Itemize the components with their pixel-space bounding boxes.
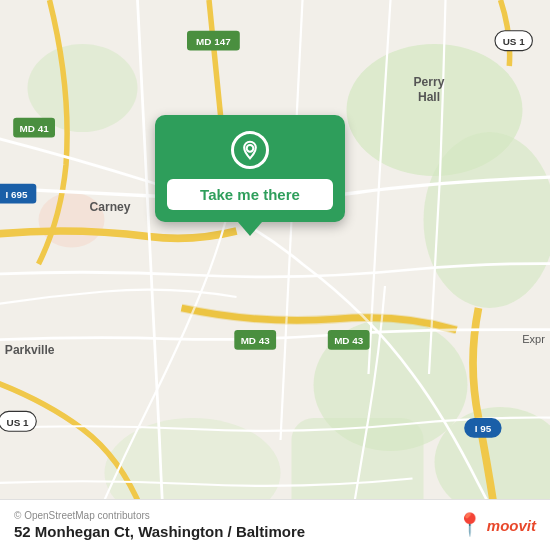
svg-text:MD 43: MD 43 — [334, 335, 364, 346]
attribution: © OpenStreetMap contributors — [14, 510, 305, 521]
svg-text:MD 147: MD 147 — [196, 36, 231, 47]
moovit-logo: 📍 moovit — [456, 512, 536, 538]
svg-text:I 695: I 695 — [5, 189, 27, 200]
pin-icon — [231, 131, 269, 169]
address-label: 52 Monhegan Ct, Washington / Baltimore — [14, 523, 305, 540]
svg-text:US 1: US 1 — [7, 417, 29, 428]
moovit-brand: moovit — [487, 517, 536, 534]
svg-text:I 95: I 95 — [475, 423, 492, 434]
svg-point-2 — [424, 132, 551, 308]
map-background: MD 147 MD 41 I 695 MD 43 MD 43 US 1 US 1… — [0, 0, 550, 550]
svg-text:MD 43: MD 43 — [241, 335, 271, 346]
svg-text:US 1: US 1 — [503, 36, 525, 47]
svg-text:Perry: Perry — [414, 75, 445, 89]
svg-text:Hall: Hall — [418, 90, 440, 104]
svg-text:Parkville: Parkville — [5, 343, 55, 357]
moovit-pin-icon: 📍 — [456, 512, 483, 538]
take-me-there-button[interactable]: Take me there — [167, 179, 333, 210]
address-section: © OpenStreetMap contributors 52 Monhegan… — [14, 510, 305, 540]
svg-text:Carney: Carney — [89, 200, 130, 214]
svg-text:Expr: Expr — [522, 333, 545, 345]
map-container: MD 147 MD 41 I 695 MD 43 MD 43 US 1 US 1… — [0, 0, 550, 550]
bottom-bar: © OpenStreetMap contributors 52 Monhegan… — [0, 499, 550, 550]
svg-point-30 — [247, 145, 254, 152]
svg-text:MD 41: MD 41 — [20, 123, 50, 134]
location-card: Take me there — [155, 115, 345, 222]
